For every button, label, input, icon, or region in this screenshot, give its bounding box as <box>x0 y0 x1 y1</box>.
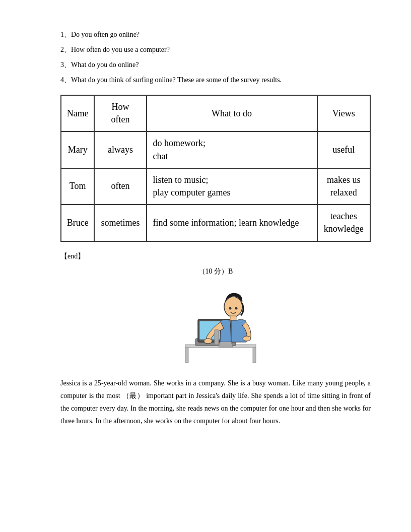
table-row-mary: Mary always do homework;chat useful <box>61 131 370 168</box>
col-how-often: Howoften <box>94 95 146 131</box>
question-1: 1、Do you often go online? <box>60 30 371 39</box>
col-views: Views <box>317 95 370 131</box>
svg-point-11 <box>235 307 238 309</box>
svg-rect-12 <box>215 329 219 345</box>
passage-text: Jessica is a 25-year-old woman. She work… <box>60 377 371 428</box>
svg-point-6 <box>224 297 242 317</box>
mary-views: useful <box>317 131 370 168</box>
tom-views: makes usrelaxed <box>317 168 370 205</box>
table-row-tom: Tom often listen to music;play computer … <box>61 168 370 205</box>
tom-activities: listen to music;play computer games <box>147 168 317 205</box>
score-label: （10 分）B <box>60 267 371 276</box>
tom-name: Tom <box>61 168 94 205</box>
person-at-computer-image <box>170 284 261 365</box>
col-name: Name <box>61 95 94 131</box>
survey-table: Name Howoften What to do Views Mary alwa… <box>60 95 371 242</box>
mary-activities: do homework;chat <box>147 131 317 168</box>
end-label: 【end】 <box>60 252 371 261</box>
question-3: 3、What do you do online? <box>60 60 371 70</box>
tom-frequency: often <box>94 168 146 205</box>
illustration <box>60 284 371 367</box>
questions-section: 1、Do you often go online? 2、How often do… <box>60 30 371 85</box>
table-header-row: Name Howoften What to do Views <box>61 95 370 131</box>
bruce-name: Bruce <box>61 205 94 241</box>
svg-rect-1 <box>185 348 188 363</box>
svg-point-9 <box>243 336 251 341</box>
bruce-activities: find some information; learn knowledge <box>147 205 317 241</box>
col-what-to-do: What to do <box>147 95 317 131</box>
question-2: 2、How often do you use a computer? <box>60 45 371 54</box>
bruce-frequency: sometimes <box>94 205 146 241</box>
mary-frequency: always <box>94 131 146 168</box>
svg-point-10 <box>229 307 232 309</box>
table-row-bruce: Bruce sometimes find some information; l… <box>61 205 370 241</box>
mary-name: Mary <box>61 131 94 168</box>
question-4: 4、What do you think of surfing online? T… <box>60 76 371 85</box>
svg-rect-2 <box>253 348 256 363</box>
bruce-views: teachesknowledge <box>317 205 370 241</box>
svg-point-8 <box>204 339 212 344</box>
